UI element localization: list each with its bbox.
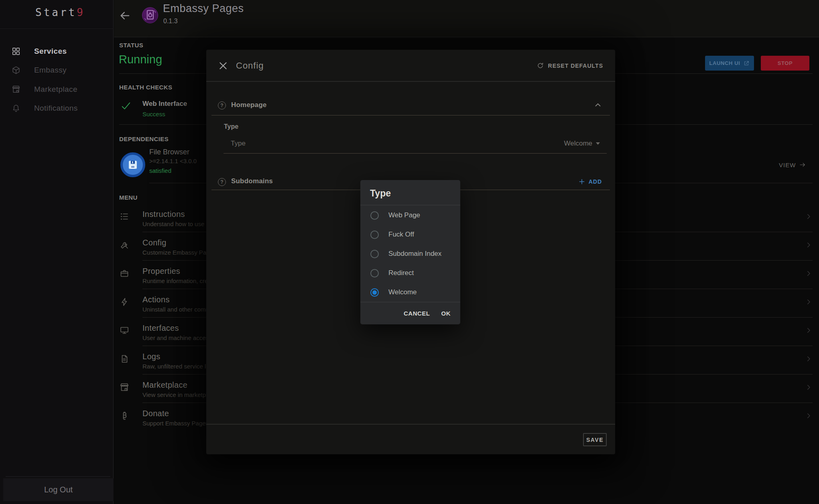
sidebar: Start9 Services Embassy Marketplace Noti… bbox=[0, 0, 114, 504]
divider bbox=[211, 115, 610, 115]
radio-icon bbox=[370, 250, 379, 258]
stop-label: STOP bbox=[778, 60, 793, 66]
menu-section-label: MENU bbox=[119, 194, 138, 201]
caret-down-icon bbox=[596, 142, 600, 145]
chevron-up-icon[interactable] bbox=[593, 101, 602, 109]
type-option-redirect[interactable]: Redirect bbox=[360, 263, 460, 283]
divider bbox=[6, 476, 110, 477]
chevron-right-icon bbox=[805, 384, 812, 391]
health-checks-section-label: HEALTH CHECKS bbox=[119, 84, 172, 91]
chevron-right-icon bbox=[805, 355, 812, 362]
subdomains-section-label: Subdomains bbox=[231, 177, 273, 185]
popup-title: Type bbox=[370, 188, 391, 199]
health-check-name: Web Interface bbox=[142, 100, 187, 108]
chevron-right-icon bbox=[805, 241, 812, 249]
field-label: Type bbox=[231, 140, 246, 148]
chevron-right-icon bbox=[805, 327, 812, 334]
arrow-right-icon bbox=[799, 161, 806, 168]
storefront-icon bbox=[120, 383, 129, 392]
chevron-right-icon bbox=[805, 298, 812, 306]
help-icon[interactable] bbox=[218, 178, 226, 186]
sidebar-item-marketplace[interactable]: Marketplace bbox=[0, 80, 114, 99]
radio-icon bbox=[370, 269, 379, 277]
save-button[interactable]: SAVE bbox=[583, 433, 607, 446]
cancel-button[interactable]: CANCEL bbox=[404, 310, 430, 317]
status-value: Running bbox=[119, 53, 162, 66]
bitcoin-icon bbox=[120, 411, 129, 421]
page-title: Embassy Pages bbox=[163, 2, 244, 15]
type-option-welcome[interactable]: Welcome bbox=[360, 283, 460, 302]
dependency-status: satisfied bbox=[149, 167, 171, 174]
radio-icon bbox=[370, 211, 379, 220]
health-check-result: Success bbox=[142, 111, 165, 117]
cube-icon bbox=[12, 66, 20, 75]
dialog-title: Config bbox=[236, 61, 264, 71]
chevron-right-icon bbox=[805, 270, 812, 277]
radio-icon bbox=[370, 288, 379, 297]
dependency-name: File Browser bbox=[149, 148, 189, 156]
type-option-fuck-off[interactable]: Fuck Off bbox=[360, 225, 460, 244]
config-dialog-header: Config RESET DEFAULTS bbox=[206, 50, 615, 82]
view-label: VIEW bbox=[779, 162, 796, 168]
sidebar-item-services[interactable]: Services bbox=[0, 42, 114, 61]
dependency-version-range: >=2.14.1.1 <3.0.0 bbox=[149, 158, 197, 164]
ok-button[interactable]: OK bbox=[441, 310, 451, 317]
launch-ui-label: LAUNCH UI bbox=[709, 60, 740, 66]
chevron-right-icon bbox=[805, 412, 812, 419]
help-icon[interactable] bbox=[218, 101, 226, 109]
divider bbox=[0, 28, 114, 29]
external-link-icon bbox=[743, 60, 750, 67]
close-icon[interactable] bbox=[218, 61, 228, 71]
list-icon bbox=[120, 212, 129, 221]
floppy-disk-icon bbox=[120, 152, 145, 177]
tools-icon bbox=[120, 240, 129, 250]
add-subdomain-button[interactable]: ADD bbox=[578, 178, 602, 185]
selected-value: Welcome bbox=[564, 140, 592, 148]
briefcase-icon bbox=[120, 269, 129, 278]
radio-icon bbox=[370, 231, 379, 239]
refresh-icon bbox=[537, 62, 544, 69]
chevron-right-icon bbox=[805, 213, 812, 220]
stop-button[interactable]: STOP bbox=[761, 56, 809, 71]
divider bbox=[206, 424, 615, 425]
sidebar-item-notifications[interactable]: Notifications bbox=[0, 99, 114, 117]
lightning-icon bbox=[120, 297, 129, 307]
divider bbox=[360, 205, 460, 205]
divider bbox=[224, 153, 607, 154]
back-arrow-icon[interactable] bbox=[119, 10, 131, 22]
receipt-icon bbox=[120, 354, 129, 364]
logout-button[interactable]: Log Out bbox=[3, 478, 114, 501]
start9-logo: Start9 bbox=[35, 6, 85, 18]
type-select-popup: Type Web Page Fuck Off Subdomain Index R… bbox=[360, 180, 460, 324]
view-dependency-link[interactable]: VIEW bbox=[779, 161, 806, 168]
monitor-icon bbox=[120, 326, 129, 335]
grid-icon bbox=[12, 47, 20, 56]
storefront-icon bbox=[12, 85, 20, 94]
status-section-label: STATUS bbox=[119, 42, 143, 49]
type-group-label: Type bbox=[224, 123, 238, 130]
sidebar-item-embassy[interactable]: Embassy bbox=[0, 61, 114, 79]
type-option-web-page[interactable]: Web Page bbox=[360, 206, 460, 225]
reset-defaults-button[interactable]: RESET DEFAULTS bbox=[537, 62, 603, 69]
plus-icon bbox=[578, 178, 585, 185]
launch-ui-button[interactable]: LAUNCH UI bbox=[705, 56, 754, 71]
dependencies-section-label: DEPENDENCIES bbox=[119, 136, 169, 142]
type-option-subdomain-index[interactable]: Subdomain Index bbox=[360, 244, 460, 263]
check-icon bbox=[120, 100, 132, 111]
homepage-section-label: Homepage bbox=[231, 101, 267, 109]
bell-icon bbox=[12, 104, 20, 113]
app-version: 0.1.3 bbox=[163, 18, 178, 25]
logo-accent: 9 bbox=[77, 6, 85, 18]
app-icon bbox=[142, 7, 158, 23]
